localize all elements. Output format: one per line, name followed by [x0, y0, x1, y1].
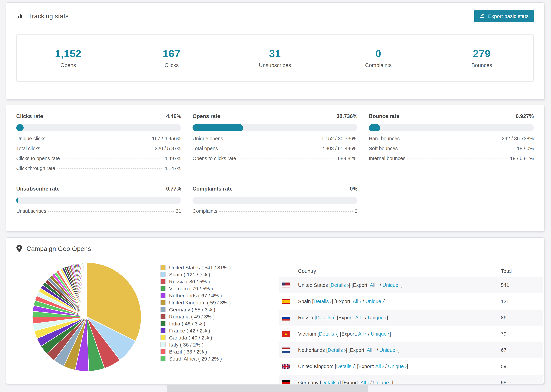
- summary-stat-label: Bounces: [471, 62, 492, 68]
- rate-block: Complaints rate0%Complaints0: [192, 185, 357, 218]
- rate-row-label: Complaints: [192, 208, 217, 214]
- export-unique-link[interactable]: Unique ›: [382, 282, 401, 288]
- country-cell: Vietnam [Details ›] [Export: All › / Uni…: [298, 331, 501, 337]
- rate-row-value: 1,152 / 30.736%: [321, 136, 357, 141]
- export-label: ] [Export:: [337, 331, 358, 336]
- legend-item: United Kingdom ( 59 / 3% ): [160, 299, 231, 306]
- table-row: United Kingdom [Details ›] [Export: All …: [279, 358, 543, 375]
- rate-title: Complaints rate: [192, 185, 233, 192]
- rate-row-label: Clicks to opens rate: [16, 156, 60, 161]
- rate-value: 6.927%: [516, 113, 534, 120]
- rate-row-label: Internal bounces: [369, 156, 405, 161]
- summary-stat-cell: 0Complaints: [327, 35, 430, 81]
- table-row: Netherlands [Details ›] [Export: All › /…: [279, 342, 543, 358]
- details-link[interactable]: Details ›: [316, 315, 334, 320]
- table-row: United States [Details ›] [Export: All ›…: [279, 277, 543, 293]
- details-link[interactable]: Details ›: [321, 380, 339, 384]
- legend-item: South Africa ( 29 / 2% ): [160, 355, 231, 362]
- export-all-link[interactable]: All ›: [360, 380, 369, 384]
- rate-title: Bounce rate: [369, 113, 399, 120]
- export-unique-link[interactable]: Unique ›: [373, 380, 392, 384]
- rate-row: Total clicks220 / 5.87%: [16, 146, 181, 156]
- legend-label: Brazil ( 33 / 2% ): [169, 349, 207, 355]
- rate-row: Unique clicks167 / 4.456%: [16, 136, 181, 146]
- export-all-link[interactable]: All ›: [355, 315, 364, 320]
- slash-separator: /: [369, 380, 373, 384]
- rate-rows: Unsubscribes31: [16, 208, 181, 218]
- rate-row: Soft bounces18 / 0%: [369, 146, 534, 156]
- table-row: Russia [Details ›] [Export: All › / Uniq…: [279, 309, 543, 326]
- legend-swatch: [160, 342, 166, 347]
- export-all-link[interactable]: All ›: [375, 364, 384, 369]
- summary-stat-value: 31: [269, 48, 281, 60]
- total-cell: 541: [501, 282, 543, 288]
- legend-item: Spain ( 121 / 7% ): [160, 271, 231, 278]
- export-all-link[interactable]: All ›: [353, 299, 361, 304]
- rate-row-label: Unique opens: [192, 136, 223, 141]
- details-link[interactable]: Details ›: [328, 347, 346, 353]
- legend-item: United States ( 541 / 31% ): [160, 264, 231, 271]
- details-link[interactable]: Details ›: [319, 331, 337, 336]
- country-name: Spain [: [298, 299, 313, 304]
- rate-row-label: Unsubscribes: [16, 208, 46, 214]
- de-flag-icon: [282, 380, 290, 384]
- summary-stat-label: Clicks: [164, 62, 179, 68]
- rate-row-value: 0: [355, 208, 357, 214]
- rate-progress-track: [369, 124, 534, 131]
- legend-label: Canada ( 40 / 2% ): [169, 335, 212, 341]
- export-unique-link[interactable]: Unique ›: [365, 299, 384, 304]
- legend-swatch: [160, 321, 166, 326]
- rate-row: Total opens2,303 / 61.446%: [192, 146, 357, 156]
- legend-swatch: [160, 356, 166, 361]
- rate-row-label: Opens to clicks rate: [192, 156, 236, 161]
- rate-row-label: Click through rate: [16, 166, 55, 171]
- legend-label: Netherlands ( 67 / 4% ): [169, 293, 222, 299]
- summary-stat-cell: 31Unsubscribes: [223, 35, 326, 81]
- export-unique-link[interactable]: Unique ›: [371, 331, 390, 336]
- slash-separator: /: [361, 299, 365, 304]
- export-all-link[interactable]: All ›: [367, 347, 375, 353]
- details-link[interactable]: Details ›: [336, 364, 354, 369]
- legend-label: Italy ( 36 / 2% ): [169, 342, 204, 348]
- campaign-geo-opens-card: Campaign Geo Opens United States ( 541 /…: [6, 237, 544, 384]
- page-title: Tracking stats: [28, 13, 69, 20]
- rate-rows: Hard bounces242 / 86.738%Soft bounces18 …: [369, 136, 534, 166]
- summary-stat-value: 1,152: [55, 48, 81, 60]
- export-unique-link[interactable]: Unique ›: [379, 347, 398, 353]
- total-cell: 79: [501, 331, 543, 337]
- dotted-leader: [402, 139, 500, 139]
- export-icon: [480, 13, 485, 20]
- rate-row-value: 31: [176, 208, 181, 214]
- closing-bracket: ]: [398, 347, 400, 353]
- rate-title: Opens rate: [192, 113, 220, 120]
- slash-separator: /: [378, 282, 382, 288]
- details-link[interactable]: Details ›: [313, 299, 332, 304]
- summary-stat-value: 167: [163, 48, 180, 60]
- country-name: Germany [: [298, 380, 321, 384]
- legend-label: France ( 42 / 2% ): [169, 328, 210, 334]
- rate-rows: Unique clicks167 / 4.456%Total clicks220…: [16, 136, 181, 175]
- export-unique-link[interactable]: Unique ›: [368, 315, 387, 320]
- export-label: ] [Export:: [346, 347, 367, 353]
- legend-label: Russia ( 86 / 5% ): [169, 279, 210, 285]
- horizontal-scrollbar-thumb[interactable]: [167, 385, 368, 392]
- rate-row-value: 2,303 / 61.446%: [321, 146, 357, 151]
- details-link[interactable]: Details ›: [331, 282, 349, 288]
- rates-card: Clicks rate4.46%Unique clicks167 / 4.456…: [6, 105, 544, 231]
- country-column-header: Country: [279, 268, 501, 274]
- summary-stat-value: 0: [375, 48, 381, 60]
- rate-row: Hard bounces242 / 86.738%: [369, 136, 534, 146]
- export-all-link[interactable]: All ›: [358, 331, 367, 336]
- export-unique-link[interactable]: Unique ›: [388, 364, 407, 369]
- rate-row-value: 689.82%: [338, 156, 358, 161]
- legend-item: Russia ( 86 / 5% ): [160, 278, 231, 285]
- rate-row: Opens to clicks rate689.82%: [192, 156, 357, 166]
- summary-stats-strip: 1,152Opens167Clicks31Unsubscribes0Compla…: [16, 34, 534, 82]
- vn-flag-icon: [282, 331, 290, 337]
- export-all-link[interactable]: All ›: [370, 282, 378, 288]
- slash-separator: /: [364, 315, 368, 320]
- geo-country-table: Country Total United States [Details ›] …: [279, 265, 543, 384]
- tracking-stats-header: Tracking stats Export basic stats: [6, 3, 544, 30]
- export-basic-stats-button[interactable]: Export basic stats: [474, 10, 534, 22]
- rate-block-header: Clicks rate4.46%: [16, 113, 181, 120]
